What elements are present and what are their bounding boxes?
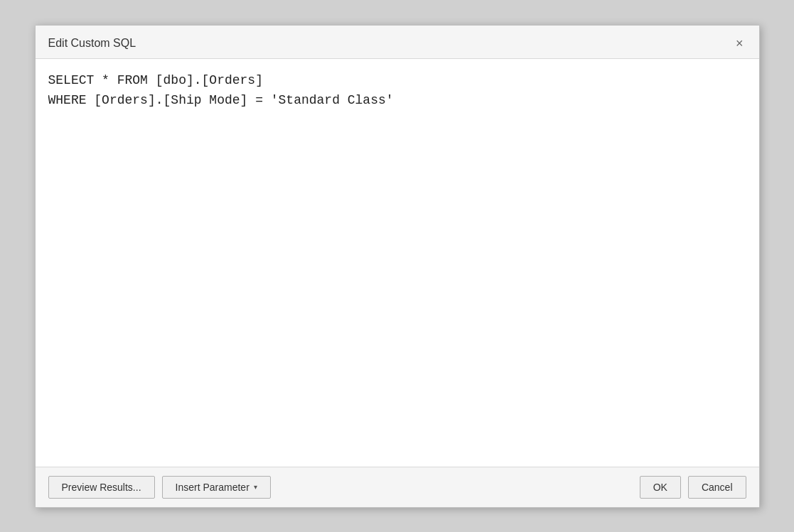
ok-button[interactable]: OK: [640, 476, 681, 499]
preview-results-button[interactable]: Preview Results...: [48, 476, 155, 499]
insert-parameter-label: Insert Parameter: [176, 482, 250, 493]
dialog-body: [36, 59, 759, 467]
dialog-title: Edit Custom SQL: [48, 37, 136, 50]
cancel-button[interactable]: Cancel: [688, 476, 746, 499]
dialog-footer: Preview Results... Insert Parameter ▾ OK…: [36, 467, 759, 507]
insert-parameter-button[interactable]: Insert Parameter ▾: [162, 476, 271, 499]
footer-left: Preview Results... Insert Parameter ▾: [48, 476, 633, 499]
sql-editor[interactable]: [48, 70, 746, 455]
dropdown-arrow-icon: ▾: [254, 483, 257, 491]
edit-custom-sql-dialog: Edit Custom SQL × Preview Results... Ins…: [35, 25, 760, 508]
close-button[interactable]: ×: [733, 36, 746, 51]
footer-right: OK Cancel: [640, 476, 746, 499]
dialog-titlebar: Edit Custom SQL ×: [36, 26, 759, 59]
